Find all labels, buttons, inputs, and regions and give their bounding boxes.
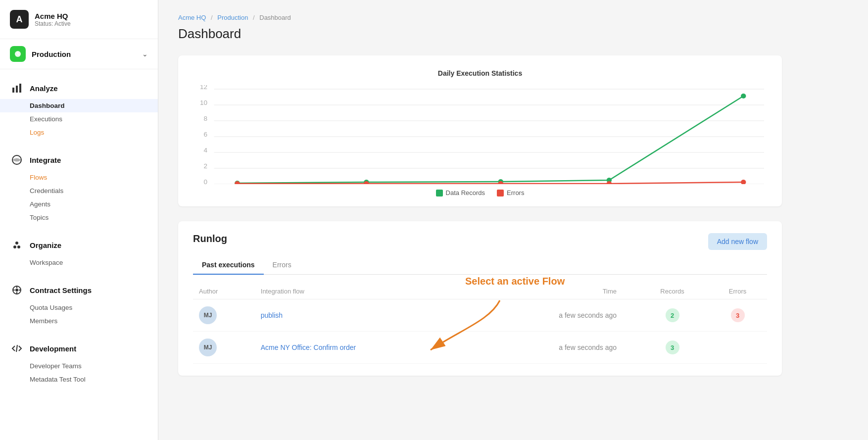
flow-link-confirm-order[interactable]: Acme NY Office: Confirm order xyxy=(261,343,356,351)
breadcrumb-org[interactable]: Acme HQ xyxy=(178,14,206,21)
author-cell: MJ xyxy=(193,332,255,364)
svg-text:4: 4 xyxy=(203,147,207,154)
sidebar-item-metadata-test-tool[interactable]: Metadata Test Tool xyxy=(0,373,158,386)
sidebar-item-logs[interactable]: Logs xyxy=(0,126,158,139)
env-name: Production xyxy=(32,50,142,58)
svg-rect-3 xyxy=(19,84,21,93)
table-row: MJ publish a few seconds ago 2 3 xyxy=(193,299,767,332)
col-errors: Errors xyxy=(708,284,767,299)
svg-text:10: 10 xyxy=(200,99,207,106)
errors-cell: 3 xyxy=(708,299,767,332)
col-time: Time xyxy=(469,284,636,299)
sidebar-item-dashboard[interactable]: Dashboard xyxy=(0,99,158,112)
legend-dot-red xyxy=(497,190,504,196)
org-avatar: A xyxy=(10,10,29,29)
records-badge: 2 xyxy=(666,308,679,322)
svg-rect-2 xyxy=(16,86,18,93)
org-header: A Acme HQ Status: Active xyxy=(0,0,158,39)
runlog-card: Runlog Add new flow Past executions Erro… xyxy=(178,221,782,376)
integrate-icon xyxy=(10,153,24,167)
legend-errors: Errors xyxy=(497,189,524,196)
svg-line-14 xyxy=(16,345,17,352)
svg-point-43 xyxy=(741,180,746,184)
sidebar-section-title-organize: Organize xyxy=(30,241,61,249)
contract-settings-icon xyxy=(10,283,24,297)
table-row: MJ Acme NY Office: Confirm order a few s… xyxy=(193,332,767,364)
sidebar-item-quota-usages[interactable]: Quota Usages xyxy=(0,301,158,314)
sidebar-section-contract-settings: Contract Settings Quota Usages Members xyxy=(0,271,158,330)
tab-errors[interactable]: Errors xyxy=(264,256,300,275)
col-records: Records xyxy=(636,284,708,299)
runlog-header: Runlog Add new flow xyxy=(193,233,767,250)
executions-table: Author Integration flow Time Records Err… xyxy=(193,284,767,364)
chart-card: Daily Execution Statistics 0 2 4 6 8 10 … xyxy=(178,55,782,206)
svg-text:12: 12 xyxy=(200,85,207,91)
svg-point-7 xyxy=(15,242,18,244)
chart-title: Daily Execution Statistics xyxy=(196,69,764,77)
svg-text:2: 2 xyxy=(203,162,207,170)
svg-text:8: 8 xyxy=(203,115,207,122)
svg-text:0: 0 xyxy=(203,178,207,184)
page-title: Dashboard xyxy=(178,26,782,42)
legend-dot-green xyxy=(436,190,443,196)
sidebar-section-development: Development Developer Teams Metadata Tes… xyxy=(0,330,158,388)
sidebar-item-agents[interactable]: Agents xyxy=(0,197,158,211)
sidebar-item-developer-teams[interactable]: Developer Teams xyxy=(0,359,158,373)
breadcrumb: Acme HQ / Production / Dashboard xyxy=(178,14,782,21)
sidebar-item-workspace[interactable]: Workspace xyxy=(0,256,158,269)
flow-cell: Acme NY Office: Confirm order xyxy=(255,332,469,364)
breadcrumb-env[interactable]: Production xyxy=(217,14,248,21)
records-cell: 2 xyxy=(636,299,708,332)
errors-badge: 3 xyxy=(731,308,745,322)
chevron-down-icon: ⌄ xyxy=(142,50,148,58)
sidebar-section-analyze: Analyze Dashboard Executions Logs xyxy=(0,69,158,141)
sidebar-section-title-development: Development xyxy=(30,344,76,353)
org-status: Status: Active xyxy=(35,20,71,27)
main-content: Acme HQ / Production / Dashboard Dashboa… xyxy=(158,0,868,440)
sidebar-section-title-integrate: Integrate xyxy=(30,156,61,164)
development-icon xyxy=(10,342,24,355)
sidebar-section-title-contract-settings: Contract Settings xyxy=(30,286,92,294)
sidebar-item-executions[interactable]: Executions xyxy=(0,112,158,126)
errors-cell xyxy=(708,332,767,364)
chart-legend: Data Records Errors xyxy=(196,189,764,196)
org-name: Acme HQ xyxy=(35,12,71,20)
add-flow-button[interactable]: Add new flow xyxy=(708,233,767,250)
legend-data-records: Data Records xyxy=(436,189,485,196)
sidebar-section-organize: Organize Workspace xyxy=(0,226,158,271)
svg-point-5 xyxy=(13,245,16,248)
organize-icon xyxy=(10,238,24,252)
time-cell: a few seconds ago xyxy=(469,299,636,332)
chart-container: 0 2 4 6 8 10 12 20 Apr xyxy=(196,85,764,184)
svg-rect-1 xyxy=(12,88,14,93)
author-cell: MJ xyxy=(193,299,255,332)
env-icon xyxy=(10,46,26,62)
sidebar-item-topics[interactable]: Topics xyxy=(0,211,158,224)
sidebar-item-credentials[interactable]: Credentials xyxy=(0,184,158,197)
chart-svg: 0 2 4 6 8 10 12 20 Apr xyxy=(196,85,764,184)
env-selector[interactable]: Production ⌄ xyxy=(0,39,158,69)
sidebar-item-members[interactable]: Members xyxy=(0,314,158,328)
analyze-icon xyxy=(10,81,24,95)
svg-text:6: 6 xyxy=(203,131,207,138)
sidebar-section-integrate: Integrate Flows Credentials Agents Topic… xyxy=(0,141,158,226)
col-author: Author xyxy=(193,284,255,299)
records-cell: 3 xyxy=(636,332,708,364)
breadcrumb-page: Dashboard xyxy=(259,14,291,21)
svg-point-38 xyxy=(741,94,746,98)
records-badge: 3 xyxy=(666,341,679,354)
sidebar-section-title-analyze: Analyze xyxy=(30,84,58,93)
avatar: MJ xyxy=(199,306,217,324)
svg-point-6 xyxy=(17,245,20,248)
tabs: Past executions Errors xyxy=(193,256,767,275)
col-flow: Integration flow xyxy=(255,284,469,299)
sidebar: A Acme HQ Status: Active Production ⌄ An… xyxy=(0,0,158,440)
flow-link-publish[interactable]: publish xyxy=(261,311,283,319)
time-cell: a few seconds ago xyxy=(469,332,636,364)
flow-cell: publish xyxy=(255,299,469,332)
runlog-title: Runlog xyxy=(193,233,227,244)
tab-past-executions[interactable]: Past executions xyxy=(193,256,264,275)
avatar: MJ xyxy=(199,339,217,356)
svg-point-9 xyxy=(15,289,18,292)
sidebar-item-flows[interactable]: Flows xyxy=(0,171,158,184)
